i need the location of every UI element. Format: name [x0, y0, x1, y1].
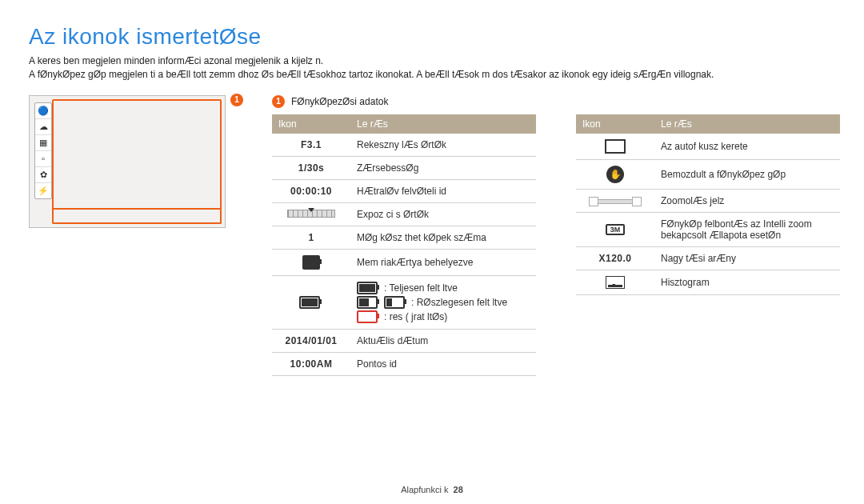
cell-desc: Nagy tÆsi arÆny	[654, 246, 840, 270]
cell-desc: AktuÆlis dÆtum	[350, 329, 536, 352]
text-icon: X120.0	[598, 253, 631, 264]
th-icon: Ikon	[272, 114, 350, 134]
text-icon: 1/30s	[298, 162, 325, 174]
text-icon: 00:00:10	[290, 186, 332, 197]
cell-desc: FØnykØp felbontÆs az Intelli zoom bekapc…	[654, 212, 840, 246]
battery-full-icon	[357, 282, 378, 294]
page-title: Az ikonok ismertetØse	[29, 24, 835, 50]
sidebar-grid-icon: ▦	[35, 135, 51, 151]
sidebar-cloud-icon: ☁	[35, 119, 51, 135]
sidebar-mode-icon: 🔵	[35, 103, 51, 119]
table-row: Expoz ci s ØrtØk	[272, 202, 536, 226]
table-row: : Teljesen felt ltve : RØszlegesen felt …	[272, 275, 536, 329]
section-badge: 1	[272, 95, 285, 108]
text-icon: 1	[308, 232, 314, 243]
cell-desc: Bemozdult a fØnykØpez gØp	[654, 159, 840, 189]
footer-page: 28	[454, 485, 463, 494]
intro-text: A keres ben megjelen minden informÆci az…	[29, 54, 835, 82]
zoom-bar-icon	[598, 199, 633, 204]
sidebar-flower-icon: ✿	[35, 167, 51, 183]
cell-desc: : Teljesen felt ltve : RØszlegesen felt …	[350, 275, 536, 329]
text-icon: 10:00AM	[290, 358, 333, 370]
table-row: 1MØg kØsz thet kØpek szÆma	[272, 226, 536, 249]
battery-icon	[299, 296, 320, 309]
section-title: FØnykØpezØsi adatok	[291, 96, 388, 107]
table-row: 10:00AMPontos id	[272, 352, 536, 375]
cell-desc: MØg kØsz thet kØpek szÆma	[350, 226, 536, 249]
guide-rect-outer	[52, 99, 222, 224]
th-icon: Ikon	[576, 114, 654, 134]
sidebar-frame-icon: ▫	[35, 151, 51, 167]
cell-desc: Pontos id	[350, 352, 536, 375]
table-row: ✋Bemozdult a fØnykØpez gØp	[576, 159, 840, 189]
legend-right-body: Az autof kusz kerete✋Bemozdult a fØnykØp…	[576, 134, 840, 295]
table-row: 3MFØnykØp felbontÆs az Intelli zoom beka…	[576, 212, 840, 246]
table-row: Mem riakÆrtya behelyezve	[272, 249, 536, 275]
table-row: Az autof kusz kerete	[576, 134, 840, 160]
shake-icon: ✋	[606, 166, 624, 183]
resolution-box-icon: 3M	[606, 224, 626, 235]
callout-marker: 1	[230, 94, 243, 106]
autofocus-frame-icon	[605, 139, 626, 154]
callout-badge-1: 1	[230, 94, 243, 106]
cell-desc: HÆtralØv felvØteli id	[350, 179, 536, 202]
cell-desc: Rekeszny lÆs ØrtØk	[350, 134, 536, 157]
section-heading: 1 FØnykØpezØsi adatok	[272, 95, 536, 108]
th-desc: Le rÆs	[654, 114, 840, 134]
text-icon: 2014/01/01	[285, 335, 337, 346]
preview-sidebar: 🔵 ☁ ▦ ▫ ✿ ⚡	[34, 102, 52, 199]
sidebar-flash-icon: ⚡	[35, 183, 51, 198]
viewfinder-preview: 🔵 ☁ ▦ ▫ ✿ ⚡	[29, 95, 226, 228]
page-footer: Alapfunkci k 28	[0, 485, 864, 494]
intro-line-2: A fØnykØpez gØp megjelen ti a beÆll tott…	[29, 68, 835, 82]
memory-card-icon	[302, 255, 320, 270]
legend-left-body: F3.1Rekeszny lÆs ØrtØk1/30sZÆrsebessØg00…	[272, 134, 536, 376]
battery-empty-icon	[357, 310, 378, 323]
table-row: ZoomolÆs jelz	[576, 189, 840, 212]
battery-partial-icon	[384, 296, 405, 309]
table-row: F3.1Rekeszny lÆs ØrtØk	[272, 134, 536, 157]
table-row: 00:00:10HÆtralØv felvØteli id	[272, 179, 536, 202]
footer-section: Alapfunkci k	[401, 485, 448, 494]
text-icon: F3.1	[301, 139, 322, 150]
legend-table-right: Ikon Le rÆs Az autof kusz kerete✋Bemozdu…	[576, 114, 840, 295]
guide-rect-bottom	[52, 208, 222, 224]
histogram-icon	[606, 276, 625, 289]
battery-partial-icon	[357, 296, 378, 309]
table-row: 1/30sZÆrsebessØg	[272, 156, 536, 179]
table-row: X120.0Nagy tÆsi arÆny	[576, 246, 840, 270]
legend-group-right: Ikon Le rÆs Az autof kusz kerete✋Bemozdu…	[576, 95, 840, 376]
legend-group-left: 1 FØnykØpezØsi adatok Ikon Le rÆs F3.1Re…	[272, 95, 536, 376]
cell-desc: Mem riakÆrtya behelyezve	[350, 249, 536, 275]
exposure-scale-icon	[287, 210, 335, 218]
cell-desc: Az autof kusz kerete	[654, 134, 840, 160]
cell-desc: Expoz ci s ØrtØk	[350, 202, 536, 226]
preview-column: 1 🔵 ☁ ▦ ▫ ✿ ⚡	[29, 95, 235, 228]
cell-desc: ZÆrsebessØg	[350, 156, 536, 179]
legend-table-left: Ikon Le rÆs F3.1Rekeszny lÆs ØrtØk1/30sZ…	[272, 114, 536, 376]
cell-desc: ZoomolÆs jelz	[654, 189, 840, 212]
th-desc: Le rÆs	[350, 114, 536, 134]
intro-line-1: A keres ben megjelen minden informÆci az…	[29, 54, 835, 68]
table-row: 2014/01/01AktuÆlis dÆtum	[272, 329, 536, 352]
cell-desc: Hisztogram	[654, 270, 840, 294]
table-row: Hisztogram	[576, 270, 840, 294]
